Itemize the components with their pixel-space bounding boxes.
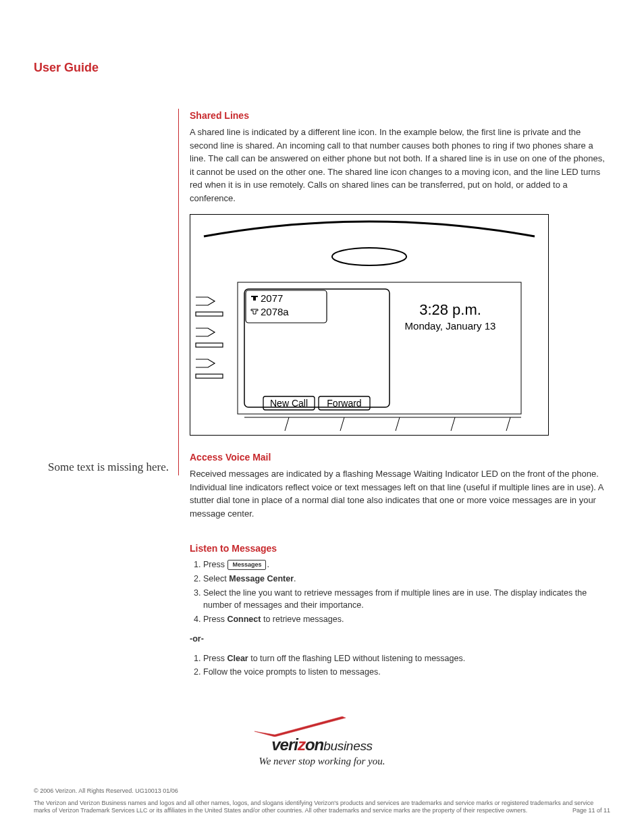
alt-step-1: Press Clear to turn off the flashing LED…	[203, 652, 610, 665]
svg-text:2078a: 2078a	[261, 306, 289, 317]
step-2a: Select	[203, 574, 229, 583]
logo-tagline: We never stop working for you.	[248, 756, 396, 767]
step-3: Select the line you want to retrieve mes…	[203, 587, 610, 613]
step-2b: Message Center	[229, 574, 294, 583]
copyright-line: © 2006 Verizon. All Rights Reserved. UG1…	[34, 787, 610, 794]
logo-veri: veri	[271, 735, 298, 754]
svg-rect-18	[196, 312, 223, 316]
verizon-logo-block: verizonbusiness We never stop working fo…	[34, 711, 610, 767]
step-2: Select Message Center.	[203, 573, 610, 585]
step-4c: to retrieve messages.	[261, 615, 344, 624]
step-4: Press Connect to retrieve messages.	[203, 613, 610, 626]
margin-note: Some text is missing here.	[34, 460, 169, 475]
alt-1c: to turn off the flashing LED without lis…	[248, 654, 465, 663]
step-1a: Press	[203, 560, 225, 569]
logo-z: z	[298, 735, 305, 754]
document-title: User Guide	[34, 61, 610, 75]
step-1b: .	[267, 560, 269, 569]
svg-point-0	[332, 248, 406, 265]
svg-text:Monday, January 13: Monday, January 13	[405, 320, 496, 332]
shared-lines-body: A shared line is indicated by a differen…	[190, 126, 610, 205]
logo-business: business	[323, 739, 373, 753]
svg-text:3:28 p.m.: 3:28 p.m.	[419, 301, 481, 318]
svg-line-13	[285, 417, 289, 431]
alt-1b: Clear	[227, 654, 248, 663]
alt-1a: Press	[203, 654, 227, 663]
step-4a: Press	[203, 615, 227, 624]
svg-text:Forward: Forward	[327, 398, 361, 409]
page-footer: verizonbusiness We never stop working fo…	[34, 711, 610, 814]
svg-rect-19	[196, 343, 223, 347]
listen-steps-alternate: Press Clear to turn off the flashing LED…	[190, 652, 610, 679]
heading-shared-lines: Shared Lines	[190, 109, 610, 123]
step-1: Press Messages.	[203, 558, 610, 571]
svg-rect-20	[196, 374, 223, 378]
verizon-check-icon	[248, 711, 396, 737]
phone-display-illustration: 2077 2078a 3:28 p.m. Monday, January 13 …	[190, 214, 549, 436]
svg-text:New Call: New Call	[270, 398, 308, 409]
page-number: Page 11 of 11	[572, 807, 610, 814]
svg-line-15	[396, 417, 400, 431]
heading-access-voicemail: Access Voice Mail	[190, 450, 610, 465]
margin-column: Some text is missing here.	[34, 109, 179, 475]
svg-text:2077: 2077	[261, 292, 283, 304]
svg-line-17	[506, 417, 510, 431]
alt-step-2: Follow the voice prompts to listen to me…	[203, 666, 610, 679]
step-4b: Connect	[227, 615, 261, 624]
heading-listen-messages: Listen to Messages	[190, 542, 610, 556]
svg-line-16	[451, 417, 455, 431]
or-divider: -or-	[190, 633, 610, 646]
trademark-line: The Verizon and Verizon Business names a…	[34, 800, 610, 814]
step-2c: .	[294, 574, 296, 583]
access-voicemail-body: Received messages are indicated by a fla…	[190, 467, 610, 520]
messages-key-icon: Messages	[227, 560, 266, 570]
logo-on: on	[305, 735, 323, 754]
svg-line-14	[340, 417, 344, 431]
main-column: Shared Lines A shared line is indicated …	[179, 109, 610, 685]
listen-steps-primary: Press Messages. Select Message Center. S…	[190, 558, 610, 626]
